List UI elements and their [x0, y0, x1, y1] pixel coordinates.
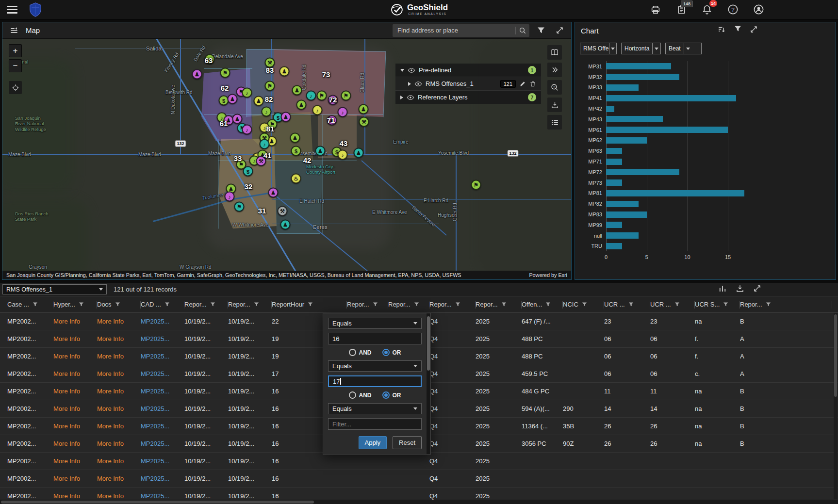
table-cell[interactable]: More Info	[97, 318, 141, 325]
chart-orientation-select[interactable]: Horizonta	[621, 43, 661, 54]
filter-funnel-icon[interactable]	[674, 302, 680, 307]
filter-operator-select-1[interactable]: Equals	[328, 318, 422, 329]
table-cell[interactable]: MP2025...	[141, 423, 184, 430]
locate-button[interactable]	[9, 81, 22, 94]
crime-marker-flag[interactable]: ⚑	[234, 202, 245, 212]
table-cell[interactable]: More Info	[53, 335, 97, 342]
filter-funnel-icon[interactable]	[501, 302, 507, 307]
chart-bar[interactable]	[606, 148, 622, 154]
column-header[interactable]: UCR S...	[695, 301, 740, 309]
crime-marker-money[interactable]: $	[243, 166, 253, 177]
map-canvas[interactable]: + − Pre-defined 1 RMS Offense	[2, 39, 571, 271]
crime-marker-person[interactable]: ♟	[359, 104, 369, 114]
notifications-button[interactable]: 14	[701, 4, 713, 16]
chart-filter-icon[interactable]	[734, 25, 741, 36]
eye-icon[interactable]	[408, 67, 415, 73]
table-cell[interactable]: MP2025...	[141, 405, 184, 412]
chart-bar[interactable]	[606, 74, 679, 80]
table-cell[interactable]: More Info	[97, 388, 141, 395]
table-layer-select[interactable]: RMS Offenses_1	[2, 284, 107, 294]
table-cell[interactable]: MP2025...	[141, 440, 184, 447]
basemap-gallery-button[interactable]	[547, 45, 562, 60]
eye-icon[interactable]	[407, 95, 414, 100]
crime-marker-person[interactable]: ♟	[292, 85, 302, 96]
table-columns-icon[interactable]	[718, 284, 727, 295]
popup-scrollbar-thumb[interactable]	[427, 316, 430, 371]
layer-group-predefined[interactable]: Pre-defined 1	[395, 64, 541, 77]
table-cell[interactable]: MP2025...	[141, 318, 184, 325]
filter-operator-select-2[interactable]: Equals	[328, 360, 422, 372]
filter-funnel-icon[interactable]	[164, 302, 170, 307]
popup-scrollbar[interactable]	[427, 313, 430, 454]
table-cell[interactable]: More Info	[53, 475, 97, 482]
collapse-panel-button[interactable]	[547, 63, 562, 77]
apply-button[interactable]: Apply	[359, 436, 387, 449]
or-radio-1[interactable]: OR	[382, 349, 401, 356]
crime-marker-note[interactable]: ♪	[312, 105, 323, 115]
crime-marker-fire[interactable]: ♨	[291, 174, 301, 184]
column-header[interactable]: Repor...	[228, 301, 272, 309]
filter-operator-select-3[interactable]: Equals	[328, 403, 422, 414]
table-vertical-scrollbar[interactable]	[834, 313, 838, 499]
map-filter-icon[interactable]	[534, 24, 548, 37]
table-row[interactable]: MP2002...More InfoMore InfoMP2025...10/1…	[0, 470, 838, 488]
filter-funnel-icon[interactable]	[628, 302, 634, 307]
legend-toggle-icon[interactable]	[7, 24, 21, 37]
crime-marker-note[interactable]: ♪	[306, 91, 316, 101]
filter-value-input-1[interactable]: 16	[328, 333, 422, 344]
crime-marker-person[interactable]: ♟	[232, 114, 243, 124]
chart-field-select[interactable]: Beat	[665, 43, 702, 54]
or-radio-2[interactable]: OR	[382, 391, 401, 399]
and-radio-2[interactable]: AND	[349, 391, 372, 399]
crime-marker-person[interactable]: ♟	[281, 112, 291, 122]
save-map-button[interactable]	[547, 98, 562, 112]
chart-bar[interactable]	[606, 84, 639, 91]
table-horizontal-scrollbar[interactable]	[0, 500, 838, 504]
crime-marker-person[interactable]: ♟	[268, 188, 279, 198]
crime-marker-note[interactable]: ♪	[338, 107, 348, 117]
table-cell[interactable]: More Info	[97, 423, 141, 430]
powered-by-esri[interactable]: Powered by Esri	[529, 272, 567, 278]
edit-pencil-icon[interactable]	[519, 81, 526, 87]
filter-funnel-icon[interactable]	[115, 302, 120, 307]
chart-bar[interactable]	[606, 116, 663, 122]
table-cell[interactable]: More Info	[97, 370, 141, 377]
chart-bar[interactable]	[606, 63, 671, 69]
chart-sort-icon[interactable]	[717, 25, 726, 36]
crime-marker-person[interactable]: ♟	[192, 69, 202, 80]
column-header[interactable]: NCIC	[563, 301, 604, 309]
column-header[interactable]: UCR ...	[650, 301, 695, 309]
filter-funnel-icon[interactable]	[455, 302, 460, 307]
crime-marker-person[interactable]: ♟	[280, 220, 291, 230]
crime-marker-person[interactable]: ♟	[354, 148, 364, 158]
crime-marker-flag[interactable]: ⚑	[265, 81, 275, 91]
crime-marker-money[interactable]: $	[291, 146, 301, 156]
filter-funnel-icon[interactable]	[373, 302, 378, 307]
table-cell[interactable]: More Info	[53, 353, 97, 360]
crime-marker-flag[interactable]: ⚑	[220, 68, 230, 78]
chart-bar[interactable]	[606, 106, 614, 112]
column-header[interactable]: Repor...	[388, 301, 429, 309]
table-cell[interactable]: MP2025...	[141, 370, 184, 377]
caret-right-icon[interactable]	[408, 82, 411, 86]
crime-marker-person[interactable]: ♟	[296, 100, 307, 110]
column-header[interactable]: Repor...	[184, 301, 228, 309]
crime-marker-person[interactable]: ♟	[315, 146, 326, 156]
help-button[interactable]: ?	[727, 4, 739, 16]
filter-funnel-icon[interactable]	[308, 302, 313, 307]
table-download-icon[interactable]	[736, 284, 744, 295]
table-cell[interactable]: More Info	[53, 318, 97, 325]
table-cell[interactable]: More Info	[53, 492, 97, 500]
reset-button[interactable]: Reset	[393, 436, 422, 449]
filter-funnel-icon[interactable]	[254, 302, 259, 307]
crime-marker-person[interactable]: ♟	[290, 133, 300, 143]
column-header[interactable]: UCR ...	[604, 301, 650, 309]
crime-marker-person[interactable]: ♟	[228, 94, 238, 104]
chart-bar[interactable]	[606, 159, 622, 165]
table-cell[interactable]: More Info	[53, 457, 97, 465]
crime-marker-tool[interactable]: ⚒	[278, 206, 288, 216]
chart-expand-icon[interactable]	[750, 25, 758, 36]
reports-button[interactable]: 148	[675, 4, 687, 16]
column-header[interactable]: Docs	[97, 301, 141, 309]
crime-marker-note[interactable]: ♪	[260, 139, 270, 149]
